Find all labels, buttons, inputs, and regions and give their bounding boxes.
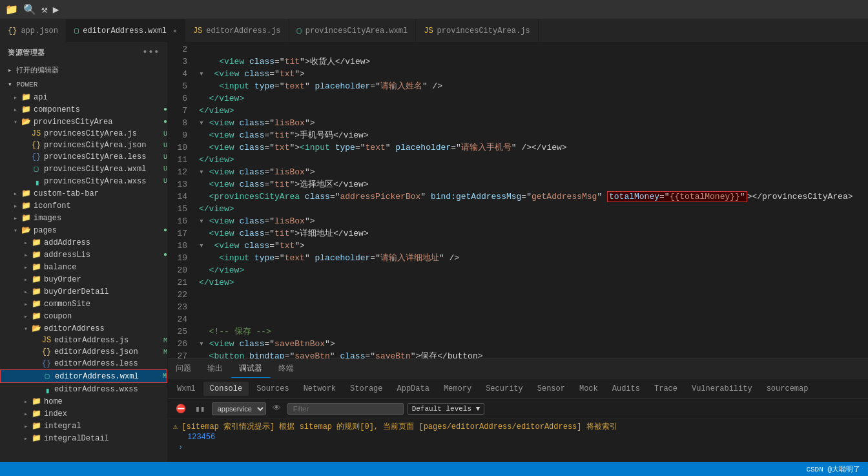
sidebar-item-pages[interactable]: ▾ 📂 pages ● bbox=[0, 224, 167, 236]
sidebar-item-editoraddress-wxml[interactable]: ▢ editorAddress.wxml M bbox=[0, 369, 167, 383]
sidebar-header: 资源管理器 ••• bbox=[0, 42, 167, 63]
code-line-24: <!-- 保存 --> bbox=[199, 327, 271, 336]
wxml-file-icon2: ▢ bbox=[42, 371, 52, 381]
top-bar: 📁 🔍 ⚒ ▶ bbox=[0, 0, 868, 19]
sidebar-item-custom-tab-bar[interactable]: ▸ 📁 custom-tab-bar bbox=[0, 187, 167, 200]
sidebar-item-editoraddress-less[interactable]: {} editorAddress.less bbox=[0, 358, 167, 369]
bottom-tab-terminal[interactable]: 终端 bbox=[271, 359, 302, 378]
tab-provinces-city-area-js[interactable]: JS provincesCityArea.js bbox=[416, 19, 538, 42]
arrow-icon: ▸ bbox=[21, 264, 31, 271]
tree-label-components: components bbox=[34, 105, 161, 114]
sidebar-item-buyorderdetail[interactable]: ▸ 📁 buyOrderDetail bbox=[0, 285, 167, 298]
devtools-tab-console[interactable]: Console bbox=[203, 382, 249, 396]
tab-bar: {} app.json ▢ editorAddress.wxml ✕ JS ed… bbox=[0, 19, 868, 42]
console-prompt[interactable]: › bbox=[173, 442, 863, 453]
sidebar-item-provincescityarea-json[interactable]: {} provincesCityArea.json U bbox=[0, 140, 167, 151]
file-icon[interactable]: 📁 bbox=[5, 3, 18, 16]
tree-label-index: index bbox=[44, 409, 167, 419]
folder-icon: 📁 bbox=[31, 238, 41, 247]
open-editors-section[interactable]: ▸ 打开的编辑器 bbox=[0, 63, 167, 78]
code-line-20: </view> bbox=[199, 278, 234, 287]
sidebar-item-components[interactable]: ▸ 📁 components ● bbox=[0, 103, 167, 116]
sidebar-item-editoraddress-json[interactable]: {} editorAddress.json M bbox=[0, 346, 167, 358]
eye-icon[interactable]: 👁 bbox=[270, 402, 284, 415]
tree-label-commonsite: commonSite bbox=[44, 300, 167, 309]
folder-icon: 📁 bbox=[31, 274, 41, 284]
sidebar-item-coupon[interactable]: ▸ 📁 coupon bbox=[0, 310, 167, 322]
sidebar-item-editoraddress[interactable]: ▾ 📂 editorAddress bbox=[0, 322, 167, 335]
devtools-tab-sourcemap[interactable]: sourcemap bbox=[760, 382, 815, 396]
devtools-tab-wxml[interactable]: Wxml bbox=[170, 382, 202, 396]
devtools-tab-audits[interactable]: Audits bbox=[606, 382, 646, 396]
devtools-tab-security[interactable]: Security bbox=[479, 382, 530, 396]
bottom-tab-debugger[interactable]: 调试器 bbox=[231, 359, 271, 378]
source-control-icon[interactable]: ⚒ bbox=[41, 3, 48, 16]
sidebar-item-provincescityarea[interactable]: ▾ 📂 provincesCityArea ● bbox=[0, 116, 167, 128]
debug-icon[interactable]: ▶ bbox=[53, 3, 59, 16]
sidebar-item-provincescityarea-wxss[interactable]: ▗ provincesCityArea.wxss U bbox=[0, 175, 167, 187]
devtools-tab-network[interactable]: Network bbox=[297, 382, 342, 396]
tree-label-integraldetail: integralDetail bbox=[44, 434, 167, 443]
tab-icon-js2: JS bbox=[424, 26, 433, 36]
folder-icon: 📁 bbox=[31, 397, 41, 406]
devtools-tab-memory[interactable]: Memory bbox=[437, 382, 478, 396]
filter-input[interactable] bbox=[287, 403, 404, 415]
code-editor[interactable]: 23456 7891011 1213141516 1718192021 2223… bbox=[168, 42, 868, 358]
code-line-7: ▾ <view class="lisBox"> bbox=[199, 118, 315, 128]
code-line-25: ▾ <view class="saveBtnBox"> bbox=[199, 339, 335, 349]
sidebar-item-buyorder[interactable]: ▸ 📁 buyOrder bbox=[0, 273, 167, 285]
sidebar-item-integral[interactable]: ▸ 📁 integral bbox=[0, 420, 167, 432]
power-section[interactable]: ▾ POWER bbox=[0, 78, 167, 91]
badge-editoraddress-wxml: M bbox=[163, 373, 167, 380]
tree-label-api: api bbox=[34, 93, 165, 102]
devtools-tab-appdata[interactable]: AppData bbox=[391, 382, 436, 396]
bottom-tabs: 问题 输出 调试器 终端 bbox=[168, 359, 868, 378]
statusbar-label: CSDN @大聪明了 bbox=[806, 464, 860, 474]
bottom-panel: 问题 输出 调试器 终端 Wxml Console Sources Networ… bbox=[168, 358, 868, 462]
sidebar-more-icon[interactable]: ••• bbox=[142, 47, 160, 57]
tab-editor-address-js[interactable]: JS editorAddress.js bbox=[185, 19, 289, 42]
devtools-tab-mock[interactable]: Mock bbox=[573, 382, 604, 396]
devtools-tab-trace[interactable]: Trace bbox=[648, 382, 684, 396]
devtools-tab-sources[interactable]: Sources bbox=[250, 382, 295, 396]
search-icon[interactable]: 🔍 bbox=[23, 3, 36, 16]
tab-editor-address-wxml[interactable]: ▢ editorAddress.wxml ✕ bbox=[67, 19, 185, 42]
badge-editoraddress-json: M bbox=[163, 349, 167, 356]
open-editors-label: ▸ 打开的编辑器 bbox=[8, 67, 59, 74]
sidebar-item-commonsite[interactable]: ▸ 📁 commonSite bbox=[0, 298, 167, 310]
badge-pcityarea-js: U bbox=[163, 130, 167, 138]
sidebar-item-integraldetail[interactable]: ▸ 📁 integralDetail bbox=[0, 432, 167, 444]
tree-label-pcityarea-wxml: provincesCityArea.wxml bbox=[44, 165, 161, 174]
sidebar-item-index[interactable]: ▸ 📁 index bbox=[0, 408, 167, 420]
sidebar-item-editoraddress-js[interactable]: JS editorAddress.js M bbox=[0, 335, 167, 346]
sidebar-item-iconfont[interactable]: ▸ 📁 iconfont bbox=[0, 200, 167, 212]
sidebar-item-addresslis[interactable]: ▸ 📁 addressLis ● bbox=[0, 249, 167, 261]
devtools-tab-vulnerability[interactable]: Vulnerability bbox=[685, 382, 759, 396]
tab-close-icon[interactable]: ✕ bbox=[173, 27, 177, 35]
link-number[interactable]: 123456 bbox=[187, 433, 215, 442]
sidebar-item-api[interactable]: ▸ 📁 api bbox=[0, 91, 167, 103]
sidebar-item-provincescityarea-js[interactable]: JS provincesCityArea.js U bbox=[0, 128, 167, 140]
clear-console-icon[interactable]: ⛔ bbox=[173, 402, 189, 415]
code-line-9: <view class="txt"><input type="text" pla… bbox=[199, 143, 567, 152]
pause-icon[interactable]: ▮▮ bbox=[192, 402, 208, 415]
bottom-tab-problems[interactable]: 问题 bbox=[168, 359, 200, 378]
sidebar-item-editoraddress-wxss[interactable]: ▗ editorAddress.wxss bbox=[0, 383, 167, 395]
context-select[interactable]: appservice bbox=[212, 402, 266, 415]
bottom-tab-output[interactable]: 输出 bbox=[200, 359, 231, 378]
code-line-16: <view class="tit">详细地址</view> bbox=[199, 229, 369, 238]
devtools-tab-sensor[interactable]: Sensor bbox=[531, 382, 572, 396]
tree-label-editoraddress-wxml: editorAddress.wxml bbox=[55, 372, 160, 381]
tab-provinces-city-area-wxml[interactable]: ▢ provincesCityArea.wxml bbox=[289, 19, 417, 42]
sidebar-item-addaddress[interactable]: ▸ 📁 addAddress bbox=[0, 236, 167, 249]
arrow-icon: ▸ bbox=[10, 106, 21, 114]
devtools-tab-storage[interactable]: Storage bbox=[344, 382, 389, 396]
sidebar-item-provincescityarea-wxml[interactable]: ▢ provincesCityArea.wxml U bbox=[0, 163, 167, 175]
tab-app-json[interactable]: {} app.json bbox=[0, 19, 67, 42]
default-levels-button[interactable]: Default levels ▼ bbox=[408, 403, 485, 415]
sidebar-item-provincescityarea-less[interactable]: {} provincesCityArea.less U bbox=[0, 151, 167, 163]
sidebar-item-balance[interactable]: ▸ 📁 balance bbox=[0, 261, 167, 273]
sidebar-item-images[interactable]: ▸ 📁 images bbox=[0, 212, 167, 224]
devtools-content: ⚠ [sitemap 索引情况提示] 根据 sitemap 的规则[0], 当前… bbox=[168, 419, 868, 462]
sidebar-item-home[interactable]: ▸ 📁 home bbox=[0, 395, 167, 408]
